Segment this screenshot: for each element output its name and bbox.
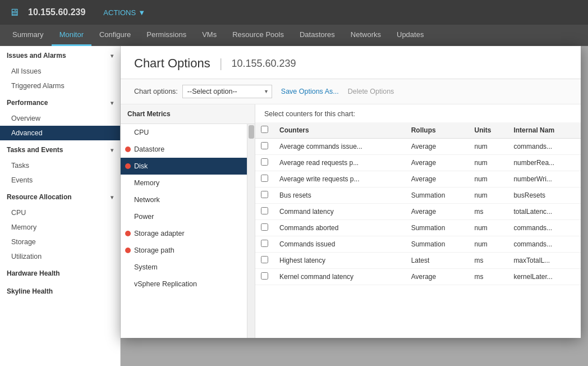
modal-body: Chart Metrics CPU Datastore xyxy=(121,104,581,338)
counter-internal: commands... xyxy=(508,220,581,236)
chevron-down-icon: ▾ xyxy=(111,53,113,59)
counter-units: num xyxy=(468,155,508,171)
metric-item-power[interactable]: Power xyxy=(121,208,247,225)
metric-item-system[interactable]: System xyxy=(121,259,247,276)
sidebar-section-header-skyline-health[interactable]: Skyline Health xyxy=(0,282,120,300)
metric-item-disk[interactable]: Disk xyxy=(121,158,247,175)
tab-monitor[interactable]: Monitor xyxy=(52,25,91,46)
row-checkbox-6[interactable] xyxy=(261,240,268,247)
row-checkbox-1[interactable] xyxy=(261,158,268,166)
sidebar-item-all-issues[interactable]: All Issues xyxy=(0,64,120,79)
sidebar-section-header-tasks[interactable]: Tasks and Events ▾ xyxy=(0,140,120,158)
table-row: Highest latency Latest ms maxTotalL... xyxy=(255,253,581,269)
sidebar-section-issues: Issues and Alarms ▾ All Issues Triggered… xyxy=(0,46,120,93)
counters-panel: Select counters for this chart: Counters… xyxy=(255,104,581,338)
counter-name: Commands issued xyxy=(274,236,406,253)
sidebar-item-events[interactable]: Events xyxy=(0,173,120,187)
sidebar-item-triggered-alarms[interactable]: Triggered Alarms xyxy=(0,79,120,93)
metric-item-cpu[interactable]: CPU xyxy=(121,124,247,141)
row-checkbox-cell xyxy=(255,204,274,220)
metric-item-vsphere-replication[interactable]: vSphere Replication xyxy=(121,276,247,292)
red-dot-disk xyxy=(125,163,131,169)
row-checkbox-7[interactable] xyxy=(261,256,268,263)
metrics-scrollbar[interactable] xyxy=(247,124,255,338)
sidebar-item-utilization[interactable]: Utilization xyxy=(0,249,120,264)
tab-permissions[interactable]: Permissions xyxy=(139,25,194,46)
sidebar-item-memory[interactable]: Memory xyxy=(0,220,120,235)
counter-name: Average write requests p... xyxy=(274,171,406,187)
modal-title: Chart Options xyxy=(134,56,210,71)
col-header-internal: Internal Nam xyxy=(508,122,581,139)
chart-options-select-wrapper: --Select option-- xyxy=(182,85,272,98)
row-checkbox-5[interactable] xyxy=(261,223,268,231)
select-all-checkbox[interactable] xyxy=(261,126,268,133)
counter-name: Average commands issue... xyxy=(274,139,406,155)
counter-name: Commands aborted xyxy=(274,220,406,236)
row-checkbox-cell xyxy=(255,269,274,285)
row-checkbox-8[interactable] xyxy=(261,272,268,280)
metric-item-storage-adapter[interactable]: Storage adapter xyxy=(121,225,247,242)
sidebar-section-header-performance[interactable]: Performance ▾ xyxy=(0,93,120,111)
sidebar-section-header-resource-allocation[interactable]: Resource Allocation ▾ xyxy=(0,187,120,205)
red-dot-storage-adapter xyxy=(125,231,131,236)
modal-header: Chart Options | 10.155.60.239 xyxy=(121,46,581,79)
counter-units: num xyxy=(468,171,508,187)
chevron-down-icon: ▾ xyxy=(111,147,113,153)
col-header-checkbox xyxy=(255,122,274,139)
sidebar-item-tasks[interactable]: Tasks xyxy=(0,158,120,173)
sidebar-item-advanced[interactable]: Advanced xyxy=(0,126,120,140)
row-checkbox-3[interactable] xyxy=(261,191,268,198)
counter-name: Command latency xyxy=(274,204,406,220)
metrics-list: CPU Datastore Disk Memory xyxy=(121,124,247,338)
counter-units: ms xyxy=(468,253,508,269)
col-header-rollups: Rollups xyxy=(406,122,469,139)
save-options-button[interactable]: Save Options As... xyxy=(277,88,343,95)
sidebar-section-tasks: Tasks and Events ▾ Tasks Events xyxy=(0,140,120,187)
sidebar-item-storage[interactable]: Storage xyxy=(0,235,120,249)
table-row: Average commands issue... Average num co… xyxy=(255,139,581,155)
tab-vms[interactable]: VMs xyxy=(194,25,224,46)
tab-configure[interactable]: Configure xyxy=(91,25,139,46)
sidebar-section-performance: Performance ▾ Overview Advanced xyxy=(0,93,120,140)
metric-item-datastore[interactable]: Datastore xyxy=(121,141,247,158)
chevron-down-icon: ▾ xyxy=(111,100,113,106)
counter-internal: totalLatenc... xyxy=(508,204,581,220)
modal-subtitle: 10.155.60.239 xyxy=(231,58,296,70)
counter-internal: kernelLater... xyxy=(508,269,581,285)
sidebar-section-resource-allocation: Resource Allocation ▾ CPU Memory Storage… xyxy=(0,187,120,264)
sidebar-section-hardware-health: Hardware Health xyxy=(0,264,120,282)
metrics-panel: Chart Metrics CPU Datastore xyxy=(121,104,255,338)
row-checkbox-4[interactable] xyxy=(261,207,268,214)
counter-name: Average read requests p... xyxy=(274,155,406,171)
row-checkbox-cell xyxy=(255,171,274,187)
metric-item-network[interactable]: Network xyxy=(121,191,247,208)
tab-updates[interactable]: Updates xyxy=(389,25,431,46)
counter-units: ms xyxy=(468,204,508,220)
counter-rollup: Average xyxy=(406,155,469,171)
actions-button[interactable]: ACTIONS ▼ xyxy=(103,8,145,17)
tab-resource-pools[interactable]: Resource Pools xyxy=(224,25,292,46)
host-title: 10.155.60.239 xyxy=(28,7,85,17)
row-checkbox-0[interactable] xyxy=(261,142,268,149)
sidebar-section-header-hardware-health[interactable]: Hardware Health xyxy=(0,264,120,282)
col-header-counters: Counters xyxy=(274,122,406,139)
row-checkbox-2[interactable] xyxy=(261,175,268,182)
modal-options-bar: Chart options: --Select option-- Save Op… xyxy=(121,79,581,104)
metric-item-storage-path[interactable]: Storage path xyxy=(121,242,247,259)
metric-item-memory[interactable]: Memory xyxy=(121,175,247,191)
tab-datastores[interactable]: Datastores xyxy=(292,25,343,46)
top-bar: 🖥 10.155.60.239 ACTIONS ▼ xyxy=(0,0,588,25)
sidebar-item-overview[interactable]: Overview xyxy=(0,111,120,126)
counter-units: num xyxy=(468,236,508,253)
counter-rollup: Average xyxy=(406,139,469,155)
counter-rollup: Latest xyxy=(406,253,469,269)
tab-summary[interactable]: Summary xyxy=(4,25,52,46)
sidebar: Issues and Alarms ▾ All Issues Triggered… xyxy=(0,46,121,366)
chart-options-select[interactable]: --Select option-- xyxy=(182,85,272,98)
sidebar-section-header-issues[interactable]: Issues and Alarms ▾ xyxy=(0,46,120,64)
sidebar-item-cpu[interactable]: CPU xyxy=(0,205,120,220)
row-checkbox-cell xyxy=(255,155,274,171)
table-row: Bus resets Summation num busResets xyxy=(255,187,581,204)
counter-internal: busResets xyxy=(508,187,581,204)
tab-networks[interactable]: Networks xyxy=(343,25,389,46)
